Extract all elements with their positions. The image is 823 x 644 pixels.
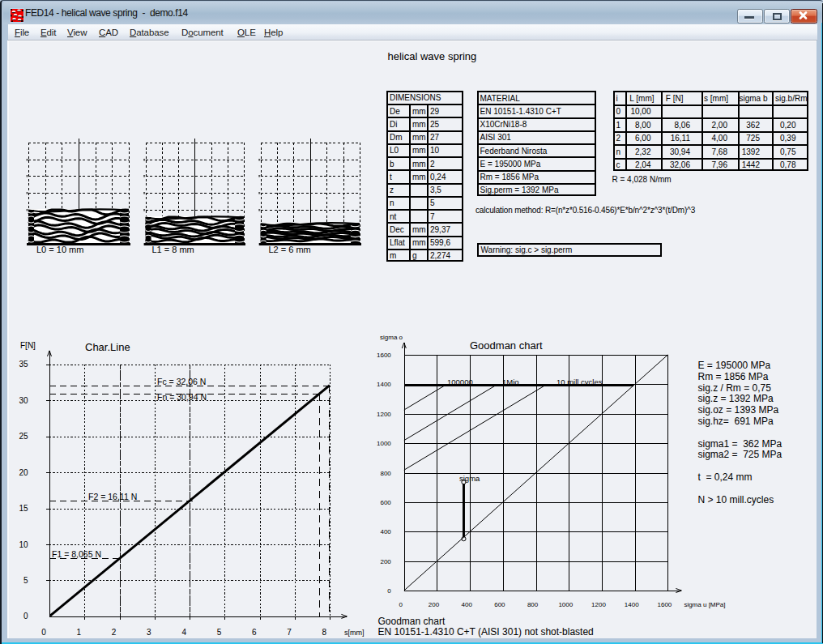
svg-text:15: 15 — [19, 504, 28, 513]
svg-text:8: 8 — [322, 628, 326, 637]
svg-text:25: 25 — [19, 432, 28, 441]
svg-text:600: 600 — [494, 601, 505, 608]
svg-text:4: 4 — [181, 628, 186, 637]
svg-text:sigma: sigma — [459, 474, 480, 483]
svg-text:1000: 1000 — [558, 601, 573, 608]
svg-text:400: 400 — [380, 528, 391, 535]
svg-text:1200: 1200 — [591, 601, 606, 608]
svg-text:1Mio.: 1Mio. — [502, 377, 521, 386]
svg-text:F2 = 16,11 N: F2 = 16,11 N — [88, 492, 137, 501]
svg-text:10 mill.cycles: 10 mill.cycles — [556, 377, 603, 386]
svg-text:1400: 1400 — [624, 601, 638, 608]
svg-text:20: 20 — [19, 468, 28, 477]
svg-text:0: 0 — [23, 612, 28, 621]
svg-text:3: 3 — [147, 628, 151, 637]
svg-text:35: 35 — [19, 360, 28, 369]
svg-text:1400: 1400 — [377, 381, 391, 388]
svg-text:1600: 1600 — [377, 352, 391, 359]
svg-text:5: 5 — [216, 628, 221, 637]
svg-text:200: 200 — [380, 558, 391, 565]
svg-text:5: 5 — [23, 576, 28, 585]
svg-text:0: 0 — [387, 587, 391, 595]
svg-text:800: 800 — [527, 601, 538, 608]
svg-text:6: 6 — [252, 628, 257, 637]
svg-text:Fn = 30,94 N: Fn = 30,94 N — [157, 392, 207, 402]
svg-text:800: 800 — [380, 470, 391, 477]
svg-text:Fc = 32,06 N: Fc = 32,06 N — [157, 377, 206, 386]
svg-text:1200: 1200 — [377, 411, 391, 418]
svg-text:F1 = 8,065 N: F1 = 8,065 N — [52, 549, 101, 559]
svg-text:1: 1 — [76, 628, 81, 637]
svg-text:10: 10 — [19, 540, 28, 549]
svg-text:Char.Line: Char.Line — [85, 341, 130, 353]
svg-text:1600: 1600 — [657, 601, 672, 608]
svg-text:s[mm]: s[mm] — [344, 629, 365, 637]
svg-text:0: 0 — [399, 601, 403, 608]
svg-text:1000: 1000 — [377, 440, 391, 447]
svg-text:600: 600 — [380, 499, 391, 506]
svg-text:2: 2 — [111, 628, 116, 637]
svg-text:7: 7 — [287, 628, 292, 637]
svg-text:F[N]: F[N] — [20, 341, 36, 350]
svg-text:200: 200 — [428, 601, 439, 608]
svg-text:0: 0 — [41, 628, 46, 637]
svg-text:30: 30 — [19, 396, 28, 405]
svg-text:sigma u [MPa]: sigma u [MPa] — [684, 601, 725, 608]
svg-text:Goodman chart: Goodman chart — [470, 339, 543, 352]
svg-text:sigma o: sigma o — [380, 334, 403, 341]
svg-text:400: 400 — [461, 601, 472, 608]
svg-text:100000: 100000 — [447, 377, 473, 386]
